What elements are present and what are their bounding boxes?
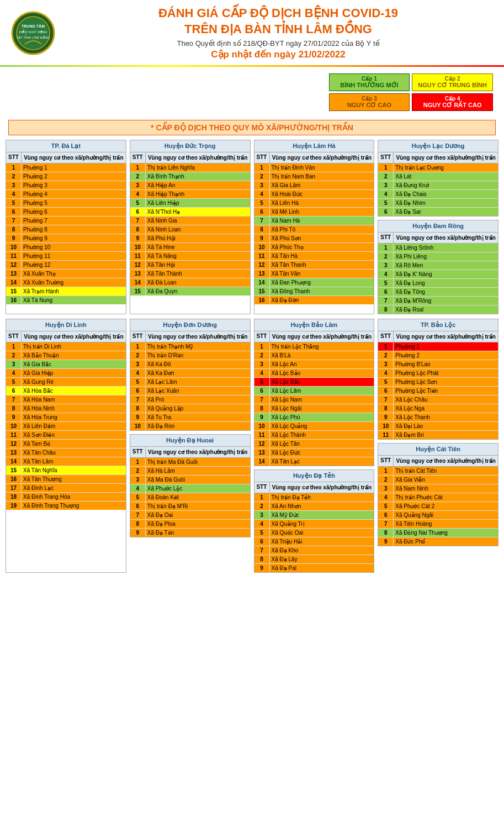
row-stt: 9: [6, 234, 22, 242]
row-name: Xã Liên Hiệp: [146, 199, 250, 207]
table-row: 9Xã Tu Tra: [130, 413, 250, 422]
row-name: Xã Ninh Gia: [146, 217, 250, 225]
row-stt: 5: [378, 502, 394, 510]
row-stt: 1: [378, 163, 394, 172]
row-stt: 16: [6, 296, 22, 304]
row-stt: 6: [254, 208, 270, 216]
table-row: 4Xã Gia Hiệp: [6, 369, 126, 378]
row-stt: 3: [130, 360, 146, 368]
tables-row1: TP. Đà Lạt STT Vùng nguy cơ theo xã/phườ…: [0, 140, 504, 314]
table-row: 14Xã Tân Lâm: [6, 457, 126, 466]
row-name: Xã Đạ Chais: [394, 190, 498, 198]
row-name: Xã Hòa Trung: [22, 413, 126, 421]
table-row: 16Xã Tân Thượng: [6, 475, 126, 484]
row-name: Thị trấn Ma Đà Guôi: [146, 458, 250, 466]
col2-mid: Huyện Đơn Dương STT Vùng nguy cơ theo xã…: [130, 319, 251, 573]
header: TRUNG TÂM KIỂM SOÁT BỆNH TẬT TỈNH LÂM ĐỒ…: [0, 0, 504, 63]
row-stt: 4: [378, 493, 394, 502]
row-stt: 5: [6, 378, 22, 386]
row-stt: 4: [6, 190, 22, 198]
lacduong-title: Huyện Lạc Dương: [378, 140, 498, 152]
row-name: Xã Đạ Lây: [270, 555, 374, 563]
lamha-title: Huyện Lâm Hà: [254, 140, 374, 152]
table-row: 6Xã Quảng Ngãi: [378, 511, 498, 520]
table-row: 2Xã B'Lá: [254, 351, 374, 360]
row-stt: 2: [254, 172, 270, 181]
table-row: 9Xã Lộc Phú: [254, 413, 374, 422]
row-stt: 18: [6, 493, 22, 501]
col-name-dilinh: Vùng nguy cơ theo xã/phường/thị trấn: [22, 331, 126, 342]
row-name: Thị trấn Lạc Dương: [394, 163, 498, 172]
row-name: Xã Đinh Lạc: [22, 484, 126, 492]
row-stt: 6: [130, 387, 146, 395]
table-row: 8Xã Đạ Rsal: [378, 305, 498, 314]
table-row: 9Xã Đạ Tồn: [130, 529, 250, 537]
table-row: 5Phường 5: [6, 199, 126, 208]
row-name: Phường 2: [22, 172, 126, 181]
row-name: Xã Phi Tô: [270, 225, 374, 234]
row-stt: 2: [378, 172, 394, 181]
col-name-dateh: Vùng nguy cơ theo xã/phường/thị trấn: [270, 482, 374, 493]
row-stt: 5: [130, 493, 146, 502]
table-row: 9Xã Phú Hội: [130, 234, 250, 243]
row-stt: 11: [6, 431, 22, 439]
row-name: Xã Lạc Xuân: [146, 387, 250, 395]
col-stt-ductrong: STT: [130, 152, 146, 163]
col-name-lacduong: Vùng nguy cơ theo xã/phường/thị trấn: [394, 152, 498, 163]
row-stt: 6: [378, 511, 394, 519]
row-stt: 14: [6, 278, 22, 287]
row-name: Phường 5: [22, 199, 126, 207]
row-name: Xã Đạ Nhim: [394, 199, 498, 207]
table-row: 8Xã Quảng Lập: [130, 404, 250, 413]
lamha-rows: 1Thị trấn Đinh Văn2Thị trấn Nam Ban3Xã G…: [254, 163, 374, 304]
table-row: 2Xã Hà Lâm: [130, 467, 250, 476]
row-stt: 11: [254, 431, 270, 439]
row-stt: 12: [6, 440, 22, 448]
col4-mid: TP. Bảo Lộc STT Vùng nguy cơ theo xã/phư…: [378, 319, 498, 573]
table-row: 5Xã Gung Ré: [6, 378, 126, 387]
row-name: Xã Gia Bắc: [22, 360, 126, 368]
row-stt: 15: [130, 287, 146, 295]
table-row: 7Phường 7: [6, 217, 126, 225]
table-row: 13Xã Xuân Thọ: [6, 270, 126, 278]
col-stt-dateh: STT: [254, 482, 270, 493]
table-row: 9Xã Đạ Pal: [254, 564, 374, 572]
table-row: 7Xã Ninh Gia: [130, 217, 250, 225]
row-name: Phường 1: [394, 342, 498, 351]
table-row: 5Xã Đoàn Kết: [130, 493, 250, 502]
baolam-rows: 1Thị trấn Lộc Thắng2Xã B'Lá3Xã Lộc An4Xã…: [254, 342, 374, 466]
row-stt: 6: [378, 208, 394, 216]
row-name: Xã Quảng Trị: [270, 520, 374, 528]
row-stt: 6: [6, 208, 22, 216]
row-name: Xã Đạ Kho: [270, 546, 374, 555]
table-row: 1Phường 1: [378, 342, 498, 351]
table-row: 7Xã Lộc Nam: [254, 395, 374, 404]
row-name: Xã Đinh Trang Hòa: [22, 493, 126, 501]
row-stt: 5: [378, 378, 394, 386]
row-stt: 2: [254, 351, 270, 360]
baoloc-title: TP. Bảo Lộc: [378, 319, 498, 331]
legend-cap2: Cấp 2 NGUY CƠ TRUNG BÌNH: [412, 73, 493, 91]
row-name: Xã Gia Viễn: [394, 476, 498, 484]
table-row: 19Xã Đinh Trang Thượng: [6, 502, 126, 510]
row-stt: 7: [6, 395, 22, 404]
row-name: Phường 4: [22, 190, 126, 198]
table-ductrong: Huyện Đức Trọng STT Vùng nguy cơ theo xã…: [130, 140, 251, 314]
row-name: Xã Lộc Thành: [270, 431, 374, 439]
row-stt: 2: [378, 252, 394, 261]
row-stt: 9: [254, 564, 270, 572]
row-stt: 4: [6, 369, 22, 377]
table-row: 12Xã Lộc Tân: [254, 440, 374, 448]
row-stt: 10: [254, 243, 270, 251]
table-row: 8Xã Đạ Ploa: [130, 520, 250, 529]
row-name: Xã Lộc Nga: [394, 404, 498, 413]
table-row: 3Xã Hiệp An: [130, 181, 250, 190]
row-name: Thị trấn Thạnh Mỹ: [146, 342, 250, 351]
col-name-donduong: Vùng nguy cơ theo xã/phường/thị trấn: [146, 331, 250, 342]
col-stt-damrong: STT: [378, 233, 394, 243]
row-name: Xã Tân Thành: [146, 270, 250, 278]
table-row: 1Thị trấn Đinh Văn: [254, 163, 374, 172]
table-lacduong: Huyện Lạc Dương STT Vùng nguy cơ theo xã…: [378, 140, 498, 217]
row-name: Phường 9: [22, 234, 126, 242]
row-stt: 7: [6, 217, 22, 225]
